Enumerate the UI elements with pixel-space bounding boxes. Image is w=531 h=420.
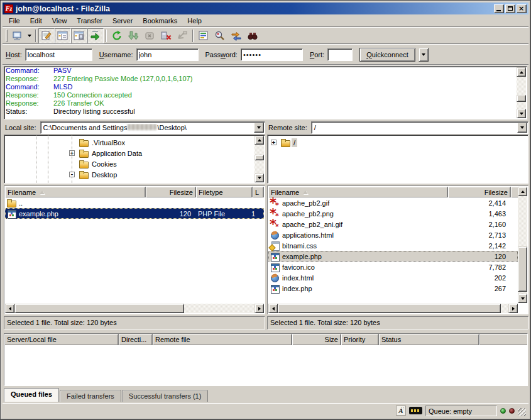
file-row[interactable]: apache_pb2_ani.gif2,160 xyxy=(268,219,518,229)
scroll-right-button[interactable] xyxy=(255,304,264,313)
maximize-button[interactable] xyxy=(505,4,515,13)
column-header-modified[interactable]: L xyxy=(253,187,264,197)
menu-server[interactable]: Server xyxy=(107,16,138,26)
menu-file[interactable]: File xyxy=(4,16,25,26)
remote-status-text: Selected 1 file. Total size: 120 bytes xyxy=(267,316,528,329)
port-input[interactable] xyxy=(327,48,353,61)
scroll-right-button[interactable] xyxy=(508,304,518,313)
column-header-filename[interactable]: Filename xyxy=(268,187,448,197)
file-row[interactable]: applications.html2,713 xyxy=(268,229,518,240)
file-row[interactable]: bitnami.css2,142 xyxy=(268,240,518,251)
cancel-icon xyxy=(143,30,156,42)
directory-comparison-button[interactable] xyxy=(212,28,228,43)
tree-item-desktop[interactable]: - Desktop xyxy=(69,169,119,180)
scroll-down-button[interactable] xyxy=(518,294,527,303)
scroll-up-button[interactable] xyxy=(255,136,264,145)
quickconnect-dropdown[interactable] xyxy=(419,48,429,62)
close-button[interactable]: × xyxy=(517,4,527,13)
local-directory-tree[interactable]: .VirtualBox + Application Data Cookies -… xyxy=(4,135,265,184)
password-input[interactable] xyxy=(241,48,303,61)
remote-list-scrollbar[interactable] xyxy=(518,187,527,303)
process-queue-button[interactable] xyxy=(125,28,141,43)
toggle-message-log-button[interactable] xyxy=(38,28,55,43)
local-tree-scrollbar[interactable] xyxy=(255,136,264,182)
resize-grip[interactable] xyxy=(518,408,526,416)
file-row[interactable]: index.php267 xyxy=(268,283,518,294)
column-header-filesize[interactable]: Filesize xyxy=(146,187,196,197)
username-input[interactable] xyxy=(136,48,199,61)
find-files-button[interactable] xyxy=(244,28,261,43)
menu-bookmarks[interactable]: Bookmarks xyxy=(138,16,182,26)
toolbar-grip[interactable] xyxy=(6,30,8,42)
expand-icon[interactable]: + xyxy=(271,140,276,145)
file-row[interactable]: index.html202 xyxy=(268,272,518,283)
site-manager-dropdown[interactable] xyxy=(26,28,33,43)
file-row[interactable]: favicon.ico7,782 xyxy=(268,262,518,272)
file-row-parent-dir[interactable]: .. xyxy=(5,197,264,208)
log-scrollbar[interactable] xyxy=(517,67,526,118)
reconnect-button[interactable] xyxy=(174,28,190,43)
file-row-selected[interactable]: example.php120 xyxy=(268,251,518,262)
cancel-button[interactable] xyxy=(141,28,158,43)
scroll-up-button[interactable] xyxy=(518,187,527,196)
local-path-combo[interactable]: C:\Documents and Settings\Desktop\ xyxy=(40,121,265,134)
tree-item-cookies[interactable]: Cookies xyxy=(77,158,119,169)
menu-edit[interactable]: Edit xyxy=(25,16,47,26)
column-header-filesize[interactable]: Filesize xyxy=(448,187,511,197)
column-header-size[interactable]: Size xyxy=(292,334,341,345)
menu-help[interactable]: Help xyxy=(182,16,207,26)
toggle-local-tree-button[interactable] xyxy=(55,28,71,43)
tab-queued-files[interactable]: Queued files xyxy=(4,388,59,402)
refresh-button[interactable] xyxy=(109,28,125,43)
scroll-left-button[interactable] xyxy=(5,304,14,313)
column-header-server-local-file[interactable]: Server/Local file xyxy=(4,334,119,345)
scroll-thumb[interactable] xyxy=(518,246,527,292)
tree-item-root[interactable]: + / xyxy=(271,137,297,148)
remote-path-dropdown[interactable] xyxy=(517,123,527,133)
column-header-filetype[interactable]: Filetype xyxy=(196,187,253,197)
remote-directory-tree[interactable]: + / xyxy=(267,135,528,184)
directory-filter-button[interactable] xyxy=(195,28,212,43)
disconnect-button[interactable] xyxy=(158,28,174,43)
scroll-down-button[interactable] xyxy=(255,174,264,182)
title-bar[interactable]: Fz john@localhost - FileZilla × xyxy=(3,3,528,14)
local-list-hscrollbar[interactable] xyxy=(5,304,264,313)
toggle-remote-tree-button[interactable] xyxy=(71,28,87,43)
speedlimit-badge-icon[interactable] xyxy=(409,407,422,414)
expand-icon[interactable]: + xyxy=(69,150,75,156)
host-input[interactable] xyxy=(25,48,92,61)
file-row-example-php[interactable]: example.php 120 PHP File 1 xyxy=(5,208,264,219)
remote-list-hscrollbar[interactable] xyxy=(268,304,518,313)
tree-item-application-data[interactable]: + Application Data xyxy=(69,148,144,158)
column-header-priority[interactable]: Priority xyxy=(341,334,379,345)
minimize-button[interactable] xyxy=(494,4,504,13)
collapse-icon[interactable]: - xyxy=(69,172,75,177)
scroll-left-button[interactable] xyxy=(268,304,278,313)
tree-guide xyxy=(36,135,36,183)
scroll-up-button[interactable] xyxy=(517,67,526,77)
menu-transfer[interactable]: Transfer xyxy=(72,16,107,26)
column-header-remote-file[interactable]: Remote file xyxy=(153,334,292,345)
tab-failed-transfers[interactable]: Failed transfers xyxy=(60,390,121,402)
remote-path-combo[interactable]: / xyxy=(311,121,528,134)
quickconnect-button[interactable]: Quickconnect xyxy=(359,48,415,62)
site-manager-button[interactable] xyxy=(9,28,26,43)
scroll-thumb[interactable] xyxy=(278,304,501,313)
tab-successful-transfers[interactable]: Successful transfers (1) xyxy=(122,390,209,402)
column-header-filename[interactable]: Filename xyxy=(5,187,146,197)
scroll-thumb[interactable] xyxy=(255,155,264,160)
synchronized-browsing-button[interactable] xyxy=(228,28,244,43)
scroll-thumb[interactable] xyxy=(14,304,184,313)
message-log[interactable]: Command:PASV Response:227 Entering Passi… xyxy=(4,66,527,119)
column-header-status[interactable]: Status xyxy=(379,334,479,345)
tree-item-virtualbox[interactable]: .VirtualBox xyxy=(77,137,127,148)
file-row[interactable]: apache_pb2.gif2,414 xyxy=(268,197,518,208)
menu-view[interactable]: View xyxy=(47,16,72,26)
local-path-dropdown[interactable] xyxy=(254,123,264,133)
scroll-thumb[interactable] xyxy=(517,95,526,102)
toggle-transfer-queue-button[interactable] xyxy=(87,28,104,43)
file-row[interactable]: apache_pb2.png1,463 xyxy=(268,208,518,219)
scroll-down-button[interactable] xyxy=(517,109,526,118)
transfer-queue: Server/Local file Directi... Remote file… xyxy=(4,333,528,386)
column-header-direction[interactable]: Directi... xyxy=(119,334,153,345)
